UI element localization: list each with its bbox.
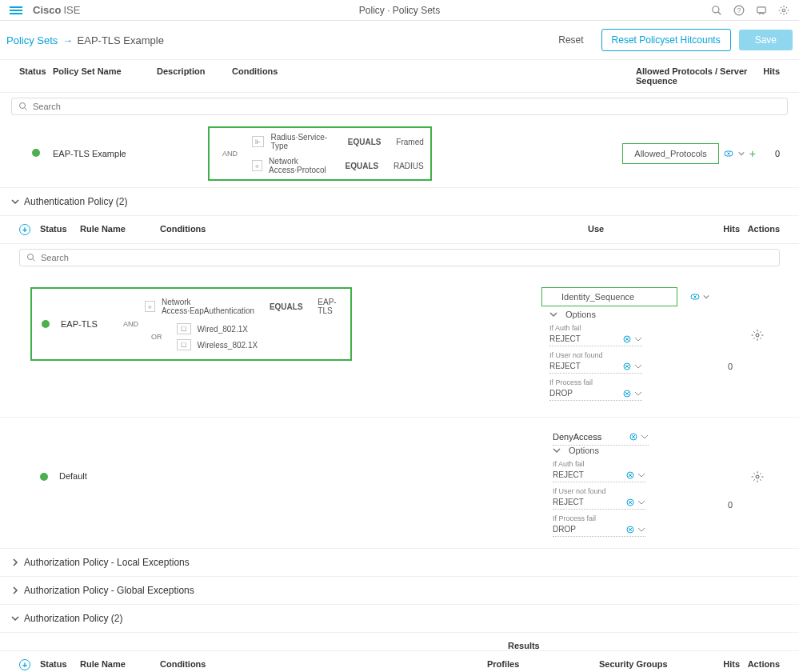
policyset-conditions[interactable]: AND ⊩ Radius·Service-Type EQUALS Framed …	[208, 126, 432, 181]
chevron-down-icon	[549, 310, 557, 318]
save-button[interactable]: Save	[739, 30, 793, 50]
status-dot	[32, 149, 40, 157]
search-input-wrap[interactable]	[11, 98, 788, 115]
search-icon	[18, 102, 28, 111]
search-input[interactable]	[33, 102, 781, 111]
chevron-down-icon	[634, 362, 642, 370]
clear-icon	[626, 498, 634, 506]
authn-search-input[interactable]	[41, 253, 773, 262]
authn-section-toggle[interactable]: Authentication Policy (2)	[0, 188, 799, 216]
clear-icon[interactable]	[724, 149, 733, 158]
chevron-down-icon	[637, 526, 645, 534]
svg-point-25	[756, 334, 759, 337]
svg-point-38	[756, 475, 759, 478]
denyaccess-field[interactable]: DenyAccess	[553, 429, 649, 446]
authz-results-row: Results	[0, 633, 799, 650]
add-rule-button[interactable]: +	[19, 224, 30, 235]
clear-icon	[626, 471, 634, 479]
user-nf-select[interactable]: REJECT	[553, 495, 645, 510]
status-dot	[42, 320, 50, 328]
svg-point-6	[20, 103, 26, 109]
svg-text:?: ?	[737, 6, 741, 14]
svg-line-7	[25, 108, 27, 110]
col-status: Status	[19, 66, 53, 86]
authn-rule-default: Default DenyAccess Options If Auth fail …	[0, 418, 799, 549]
cond-icon: ⟐	[145, 301, 155, 312]
options-toggle[interactable]: Options	[553, 446, 681, 455]
process-fail-select[interactable]: DROP	[553, 522, 645, 537]
chevron-down-icon	[641, 433, 649, 441]
chevron-down-icon	[637, 471, 645, 479]
page-title: Policy · Policy Sets	[359, 5, 440, 16]
chevron-down-icon	[11, 198, 19, 206]
chevron-down-icon	[634, 335, 642, 343]
rule-name[interactable]: Default	[59, 471, 119, 481]
cond-icon: ⟐	[252, 160, 262, 171]
identity-sequence-field[interactable]: Identity_Sequence	[541, 287, 677, 306]
reset-button[interactable]: Reset	[549, 30, 593, 50]
reset-hitcounts-button[interactable]: Reset Policyset Hitcounts	[601, 29, 731, 51]
rule-hits: 0	[722, 362, 738, 371]
authz-main-toggle[interactable]: Authorization Policy (2)	[0, 605, 799, 633]
chevron-down-icon	[553, 446, 561, 454]
svg-line-12	[33, 259, 35, 262]
chevron-down-icon	[11, 614, 19, 622]
policyset-name[interactable]: EAP-TLS Example	[53, 149, 157, 158]
add-icon[interactable]: +	[749, 147, 756, 160]
status-dot	[40, 473, 48, 481]
col-proto: Allowed Protocols / Server Sequence	[636, 66, 756, 86]
authn-rule1-box: EAP-TLS AND ⟐ Network Access·EapAuthenti…	[30, 287, 352, 361]
chevron-down-icon	[637, 498, 645, 506]
auth-fail-select[interactable]: REJECT	[549, 332, 642, 346]
authz-local-toggle[interactable]: Authorization Policy - Local Exceptions	[0, 549, 799, 577]
clear-icon[interactable]	[690, 292, 700, 302]
breadcrumb-root[interactable]: Policy Sets	[6, 34, 58, 46]
process-fail-select[interactable]: DROP	[549, 386, 642, 401]
add-rule-button[interactable]: +	[19, 659, 30, 670]
chevron-right-icon	[11, 558, 19, 566]
policyset-row: EAP-TLS Example AND ⊩ Radius·Service-Typ…	[0, 120, 799, 188]
svg-rect-4	[757, 6, 766, 12]
allowed-protocols-field[interactable]: Allowed_Protocols	[622, 143, 719, 164]
search-icon[interactable]	[711, 5, 722, 16]
col-cond: Conditions	[232, 66, 636, 86]
authn-rule-eaptls: EAP-TLS AND ⟐ Network Access·EapAuthenti…	[0, 271, 799, 418]
gear-icon[interactable]	[778, 5, 789, 16]
user-nf-select[interactable]: REJECT	[549, 359, 642, 374]
brand-logo: CiscoISE	[30, 4, 80, 16]
gear-icon[interactable]	[751, 329, 764, 342]
gear-icon[interactable]	[751, 470, 764, 483]
authz-header-row: + Status Rule Name Conditions Profiles S…	[0, 650, 799, 672]
svg-point-0	[713, 6, 719, 12]
col-hits: Hits	[756, 66, 780, 86]
breadcrumb-current: EAP-TLS Example	[78, 34, 164, 46]
hamburger-icon[interactable]	[10, 5, 22, 16]
policyset-header-row: Status Policy Set Name Description Condi…	[0, 59, 799, 93]
authz-global-toggle[interactable]: Authorization Policy - Global Exceptions	[0, 577, 799, 605]
top-bar: CiscoISE Policy · Policy Sets ?	[0, 0, 799, 21]
feedback-icon[interactable]	[756, 5, 767, 16]
clear-icon	[629, 433, 637, 441]
breadcrumb: Policy Sets → EAP-TLS Example	[6, 34, 164, 46]
chevron-down-icon[interactable]	[703, 294, 709, 300]
chevron-right-icon	[11, 586, 19, 594]
policyset-hits: 0	[756, 149, 780, 158]
top-icons: ?	[711, 5, 789, 16]
clear-icon	[623, 390, 631, 398]
col-desc: Description	[157, 66, 232, 86]
authn-search[interactable]	[19, 249, 780, 266]
rule-name[interactable]: EAP-TLS	[61, 319, 117, 329]
svg-line-1	[718, 11, 721, 14]
clear-icon	[623, 362, 631, 370]
auth-fail-select[interactable]: REJECT	[553, 468, 645, 482]
col-setname: Policy Set Name	[53, 66, 157, 86]
chevron-down-icon[interactable]	[738, 150, 745, 157]
library-icon: ☐	[177, 339, 191, 350]
options-toggle[interactable]: Options	[549, 310, 677, 319]
library-icon: ☐	[177, 323, 191, 334]
clear-icon	[626, 526, 634, 534]
svg-point-5	[782, 9, 785, 12]
clear-icon	[623, 335, 631, 343]
authn-header-row: + Status Rule Name Conditions Use Hits A…	[0, 216, 799, 244]
help-icon[interactable]: ?	[733, 5, 745, 16]
